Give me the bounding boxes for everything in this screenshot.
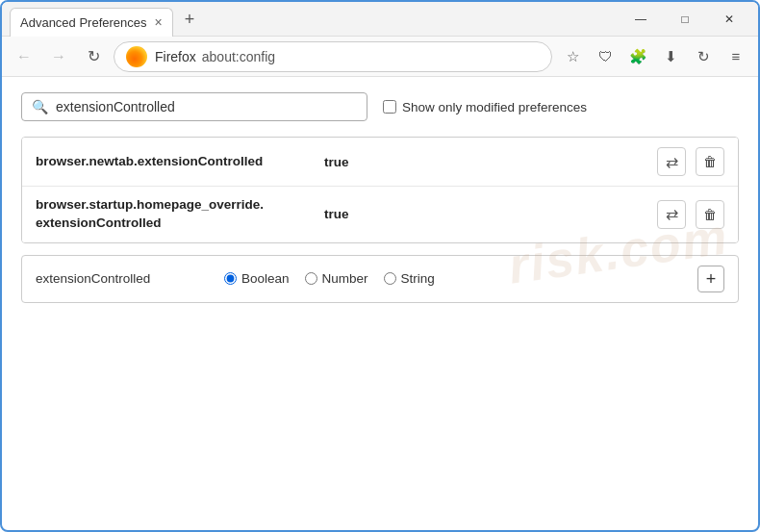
number-radio-label[interactable]: Number xyxy=(305,271,368,286)
address-bar[interactable]: Firefox about:config xyxy=(114,41,552,72)
boolean-radio-text: Boolean xyxy=(241,271,290,286)
search-box[interactable]: 🔍 xyxy=(21,92,367,121)
search-row: 🔍 Show only modified preferences xyxy=(21,92,739,121)
main-content: 🔍 Show only modified preferences browser… xyxy=(2,77,758,318)
pref-name-1: browser.newtab.extensionControlled xyxy=(36,153,324,171)
browser-name: Firefox xyxy=(155,49,196,64)
type-radio-group: Boolean Number String xyxy=(224,271,682,286)
pref-name-2: browser.startup.homepage_override. exten… xyxy=(36,196,324,233)
pref-value-2: true xyxy=(324,207,657,221)
url-path: about:config xyxy=(202,49,275,64)
minimize-button[interactable]: — xyxy=(620,4,662,35)
boolean-radio[interactable] xyxy=(224,272,237,285)
back-arrow-icon: ← xyxy=(16,48,32,65)
search-icon: 🔍 xyxy=(32,99,48,114)
trash-icon-1: 🗑 xyxy=(703,154,717,169)
firefox-logo-icon xyxy=(126,46,147,67)
toggle-button-1[interactable]: ⇄ xyxy=(657,147,686,176)
table-row: browser.startup.homepage_override. exten… xyxy=(22,187,738,242)
search-input[interactable] xyxy=(56,99,357,114)
nav-toolbar-icons: ☆ 🛡 🧩 ⬇ ↻ ≡ xyxy=(558,42,750,71)
shield-icon[interactable]: 🛡 xyxy=(591,42,620,71)
pref-name-2-line1: browser.startup.homepage_override. xyxy=(36,197,264,212)
menu-icon[interactable]: ≡ xyxy=(722,42,750,71)
delete-button-2[interactable]: 🗑 xyxy=(696,200,724,229)
active-tab[interactable]: Advanced Preferences × xyxy=(10,8,173,37)
reload-button[interactable]: ↻ xyxy=(79,42,108,71)
show-modified-label[interactable]: Show only modified preferences xyxy=(383,100,587,114)
close-button[interactable]: ✕ xyxy=(708,4,750,35)
number-radio[interactable] xyxy=(305,272,317,285)
trash-icon-2: 🗑 xyxy=(703,207,717,222)
new-tab-button[interactable]: + xyxy=(179,11,201,28)
add-preference-button[interactable]: + xyxy=(697,266,724,292)
back-button[interactable]: ← xyxy=(10,42,38,71)
maximize-button[interactable]: □ xyxy=(664,4,706,35)
new-pref-name: extensionControlled xyxy=(36,271,209,286)
row-1-actions: ⇄ 🗑 xyxy=(657,147,724,176)
show-modified-text: Show only modified preferences xyxy=(402,100,587,114)
results-table: browser.newtab.extensionControlled true … xyxy=(21,137,739,243)
string-radio[interactable] xyxy=(384,272,396,285)
string-radio-text: String xyxy=(401,271,435,286)
bookmark-icon[interactable]: ☆ xyxy=(558,42,587,71)
tab-title: Advanced Preferences xyxy=(20,15,147,30)
tab-close-button[interactable]: × xyxy=(155,15,163,29)
number-radio-text: Number xyxy=(322,271,368,286)
boolean-radio-label[interactable]: Boolean xyxy=(224,271,290,286)
string-radio-label[interactable]: String xyxy=(384,271,435,286)
pref-name-2-line2: extensionControlled xyxy=(36,215,162,230)
download-icon[interactable]: ⬇ xyxy=(656,42,685,71)
tab-area: Advanced Preferences × + xyxy=(10,2,620,36)
title-bar: Advanced Preferences × + — □ ✕ xyxy=(2,2,758,37)
extension-icon[interactable]: 🧩 xyxy=(623,42,652,71)
show-modified-checkbox[interactable] xyxy=(383,100,396,114)
nav-bar: ← → ↻ Firefox about:config ☆ 🛡 🧩 ⬇ ↻ ≡ xyxy=(2,37,758,77)
swap-arrows-icon-1: ⇄ xyxy=(666,153,678,171)
toggle-button-2[interactable]: ⇄ xyxy=(657,200,686,229)
reload-icon: ↻ xyxy=(88,47,100,65)
row-2-actions: ⇄ 🗑 xyxy=(657,200,724,229)
add-preference-row: extensionControlled Boolean Number Strin… xyxy=(21,255,739,303)
sync-icon[interactable]: ↻ xyxy=(689,42,718,71)
pref-value-1: true xyxy=(324,155,657,169)
forward-button[interactable]: → xyxy=(44,42,73,71)
swap-arrows-icon-2: ⇄ xyxy=(666,205,678,223)
forward-arrow-icon: → xyxy=(51,48,66,65)
window-controls: — □ ✕ xyxy=(620,4,750,35)
delete-button-1[interactable]: 🗑 xyxy=(696,147,724,176)
table-row: browser.newtab.extensionControlled true … xyxy=(22,138,738,187)
